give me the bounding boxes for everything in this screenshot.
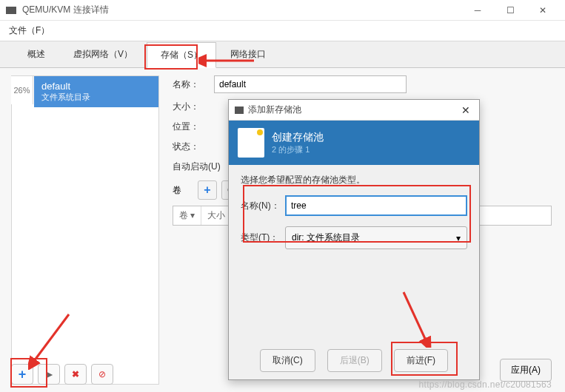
pool-usage-percent: 26% <box>11 76 33 104</box>
delete-pool-button[interactable]: ⊘ <box>91 364 113 385</box>
dialog-close-button[interactable]: ✕ <box>458 104 473 116</box>
label-status: 状态： <box>173 141 214 153</box>
label-autostart: 自动启动(U) <box>173 160 236 173</box>
dialog-titlebar: 添加新存储池 ✕ <box>229 100 479 121</box>
add-volume-button[interactable]: + <box>198 180 217 200</box>
dialog-header-sub: 2 的步骤 1 <box>272 144 324 155</box>
titlebar: QEMU/KVM 连接详情 ─ ☐ ✕ <box>0 0 565 21</box>
menubar: 文件（F） <box>0 21 565 41</box>
annotation-highlight <box>243 185 471 243</box>
stop-icon: ✖ <box>72 369 79 379</box>
dialog-header: 创建存储池 2 的步骤 1 <box>229 121 479 165</box>
label-name: 名称： <box>173 78 214 91</box>
tab-overview[interactable]: 概述 <box>13 41 59 67</box>
pool-name: default <box>41 81 151 92</box>
pool-subtitle: 文件系统目录 <box>41 92 151 103</box>
pool-row[interactable]: 26% default 文件系统目录 <box>12 76 158 107</box>
minimize-button[interactable]: ─ <box>461 0 494 21</box>
app-icon <box>6 7 16 14</box>
delete-icon: ⊘ <box>98 369 106 379</box>
col-volume[interactable]: 卷 ▾ <box>173 206 201 225</box>
dialog-title: 添加新存储池 <box>248 104 458 116</box>
annotation-highlight <box>144 44 198 70</box>
tab-netinterface[interactable]: 网络接口 <box>216 41 280 67</box>
label-size: 大小： <box>173 101 214 113</box>
maximize-button[interactable]: ☐ <box>494 0 526 21</box>
pool-name-input[interactable] <box>214 75 407 93</box>
plus-icon: + <box>204 183 210 197</box>
tabbar: 概述 虚拟网络（V） 存储（S） 网络接口 <box>0 41 565 68</box>
dialog-header-title: 创建存储池 <box>272 131 324 144</box>
tab-virtualnet[interactable]: 虚拟网络（V） <box>59 41 147 67</box>
close-button[interactable]: ✕ <box>526 0 559 21</box>
dialog-back-button[interactable]: 后退(B) <box>327 349 382 372</box>
annotation-highlight <box>391 342 458 376</box>
watermark: https://blog.csdn.net/c20081563 <box>419 379 552 390</box>
dialog-app-icon <box>235 107 244 114</box>
apply-button[interactable]: 应用(A) <box>500 359 552 382</box>
storage-pool-list: 26% default 文件系统目录 <box>11 75 159 385</box>
dialog-cancel-button[interactable]: 取消(C) <box>260 349 315 372</box>
label-volumes: 卷 <box>173 184 193 197</box>
menu-file[interactable]: 文件（F） <box>9 24 50 37</box>
annotation-highlight <box>10 358 47 388</box>
stop-pool-button[interactable]: ✖ <box>64 364 87 385</box>
document-icon <box>238 128 264 158</box>
window-title: QEMU/KVM 连接详情 <box>22 4 461 16</box>
label-location: 位置： <box>173 121 214 133</box>
